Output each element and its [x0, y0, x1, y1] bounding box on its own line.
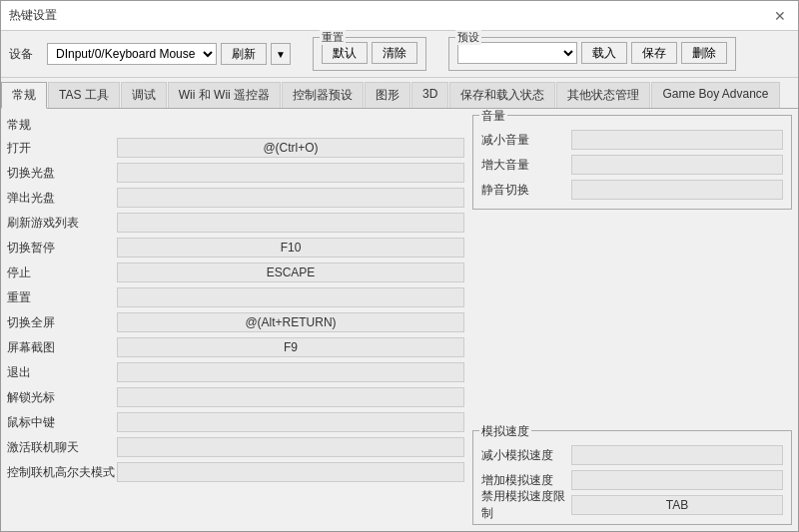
hotkey-input-12[interactable]: [117, 437, 464, 457]
device-label: 设备: [9, 46, 33, 63]
volume-row: 增大音量: [481, 153, 783, 177]
speed-list: 减小模拟速度 增加模拟速度 禁用模拟速度限制 TAB: [481, 443, 783, 517]
tab-3d[interactable]: 3D: [411, 82, 448, 108]
refresh-arrow-button[interactable]: ▼: [271, 43, 291, 65]
preset-group-title: 预设: [455, 30, 481, 45]
hotkey-row: 弹出光盘: [7, 186, 464, 210]
volume-row: 静音切换: [481, 178, 783, 202]
hotkey-row: 切换光盘: [7, 161, 464, 185]
hotkey-row: 退出: [7, 360, 464, 384]
window-title: 热键设置: [9, 7, 57, 24]
hotkey-label-7: 切换全屏: [7, 314, 117, 331]
hotkey-input-10[interactable]: [117, 387, 464, 407]
hotkey-label-10: 解锁光标: [7, 389, 117, 406]
hotkey-row: 重置: [7, 285, 464, 309]
tab-wii[interactable]: Wii 和 Wii 遥控器: [168, 82, 281, 108]
content-area: 常规 打开 @(Ctrl+O) 切换光盘 弹出光盘 刷新游戏列表 切换暂停 F1…: [1, 109, 798, 531]
save-button[interactable]: 保存: [631, 42, 677, 64]
reset-group: 重置 默认 清除: [313, 37, 426, 71]
right-panel: 音量 减小音量 增大音量 静音切换 模拟速度 减小模拟速度 增加模拟速度 禁用模…: [472, 115, 792, 525]
tab-save-load[interactable]: 保存和载入状态: [449, 82, 555, 108]
speed-title: 模拟速度: [479, 423, 531, 440]
tab-tas[interactable]: TAS 工具: [48, 82, 120, 108]
hotkey-label-4: 切换暂停: [7, 240, 117, 257]
refresh-button[interactable]: 刷新: [221, 43, 267, 65]
speed-label-2: 禁用模拟速度限制: [481, 488, 571, 522]
hotkey-label-8: 屏幕截图: [7, 339, 117, 356]
hotkey-input-11[interactable]: [117, 412, 464, 432]
hotkey-label-1: 切换光盘: [7, 165, 117, 182]
hotkey-row: 解锁光标: [7, 385, 464, 409]
clear-button[interactable]: 清除: [372, 42, 417, 64]
tab-bar: 常规 TAS 工具 调试 Wii 和 Wii 遥控器 控制器预设 图形 3D 保…: [1, 78, 798, 109]
hotkey-label-13: 控制联机高尔夫模式: [7, 464, 117, 481]
tab-graphics[interactable]: 图形: [365, 82, 410, 108]
volume-title: 音量: [479, 109, 507, 125]
left-section-title: 常规: [7, 115, 464, 136]
device-select[interactable]: DInput/0/Keyboard Mouse: [47, 43, 217, 65]
hotkey-label-2: 弹出光盘: [7, 190, 117, 207]
hotkey-input-13[interactable]: [117, 462, 464, 482]
speed-input-1[interactable]: [571, 470, 783, 490]
volume-label-2: 静音切换: [481, 182, 571, 199]
default-button[interactable]: 默认: [322, 42, 368, 64]
hotkey-input-5[interactable]: ESCAPE: [117, 263, 464, 282]
volume-input-1[interactable]: [571, 155, 783, 175]
hotkey-row: 控制联机高尔夫模式: [7, 460, 464, 484]
volume-section: 音量 减小音量 增大音量 静音切换: [472, 115, 792, 210]
preset-group: 预设 载入 保存 删除: [448, 37, 736, 71]
volume-input-0[interactable]: [571, 130, 783, 150]
tab-controller-preset[interactable]: 控制器预设: [282, 82, 364, 108]
hotkey-input-9[interactable]: [117, 362, 464, 382]
title-bar: 热键设置 ✕: [1, 1, 798, 31]
speed-label-1: 增加模拟速度: [481, 472, 571, 489]
hotkey-input-6[interactable]: [117, 287, 464, 307]
preset-select[interactable]: [457, 42, 577, 64]
device-section: 设备: [9, 46, 35, 63]
hotkey-label-12: 激活联机聊天: [7, 439, 117, 456]
hotkey-label-9: 退出: [7, 364, 117, 381]
hotkey-input-0[interactable]: @(Ctrl+O): [117, 138, 464, 158]
speed-section: 模拟速度 减小模拟速度 增加模拟速度 禁用模拟速度限制 TAB: [472, 430, 792, 525]
speed-input-2[interactable]: TAB: [571, 495, 783, 515]
hotkey-row: 鼠标中键: [7, 410, 464, 434]
load-button[interactable]: 载入: [581, 42, 627, 64]
speed-label-0: 减小模拟速度: [481, 447, 571, 464]
speed-row: 禁用模拟速度限制 TAB: [481, 493, 783, 517]
volume-list: 减小音量 增大音量 静音切换: [481, 128, 783, 202]
hotkey-input-2[interactable]: [117, 188, 464, 208]
hotkey-label-3: 刷新游戏列表: [7, 215, 117, 232]
toolbar: 设备 DInput/0/Keyboard Mouse 刷新 ▼ 重置 默认 清除…: [1, 31, 798, 78]
speed-row: 减小模拟速度: [481, 443, 783, 467]
hotkey-input-7[interactable]: @(Alt+RETURN): [117, 312, 464, 332]
tab-general[interactable]: 常规: [1, 82, 47, 109]
close-button[interactable]: ✕: [770, 6, 790, 26]
hotkey-list: 打开 @(Ctrl+O) 切换光盘 弹出光盘 刷新游戏列表 切换暂停 F10 停…: [7, 136, 464, 485]
hotkey-row: 停止 ESCAPE: [7, 261, 464, 284]
hotkey-input-4[interactable]: F10: [117, 238, 464, 258]
hotkey-label-6: 重置: [7, 289, 117, 306]
hotkey-row: 激活联机聊天: [7, 435, 464, 459]
hotkey-input-1[interactable]: [117, 163, 464, 183]
volume-label-0: 减小音量: [481, 132, 571, 149]
volume-row: 减小音量: [481, 128, 783, 152]
delete-button[interactable]: 删除: [681, 42, 727, 64]
tab-gba[interactable]: Game Boy Advance: [651, 82, 779, 108]
speed-input-0[interactable]: [571, 445, 783, 465]
hotkey-input-3[interactable]: [117, 213, 464, 233]
left-panel: 常规 打开 @(Ctrl+O) 切换光盘 弹出光盘 刷新游戏列表 切换暂停 F1…: [7, 115, 464, 525]
hotkey-row: 打开 @(Ctrl+O): [7, 136, 464, 160]
hotkey-row: 切换暂停 F10: [7, 236, 464, 260]
hotkey-row: 刷新游戏列表: [7, 211, 464, 235]
hotkey-label-11: 鼠标中键: [7, 414, 117, 431]
reset-group-title: 重置: [320, 30, 346, 45]
tab-other-state[interactable]: 其他状态管理: [556, 82, 650, 108]
hotkey-label-5: 停止: [7, 265, 117, 281]
volume-input-2[interactable]: [571, 180, 783, 200]
hotkey-input-8[interactable]: F9: [117, 337, 464, 357]
hotkey-row: 切换全屏 @(Alt+RETURN): [7, 310, 464, 334]
device-controls: DInput/0/Keyboard Mouse 刷新 ▼: [47, 43, 291, 65]
hotkey-row: 屏幕截图 F9: [7, 335, 464, 359]
volume-label-1: 增大音量: [481, 157, 571, 174]
tab-debug[interactable]: 调试: [121, 82, 167, 108]
